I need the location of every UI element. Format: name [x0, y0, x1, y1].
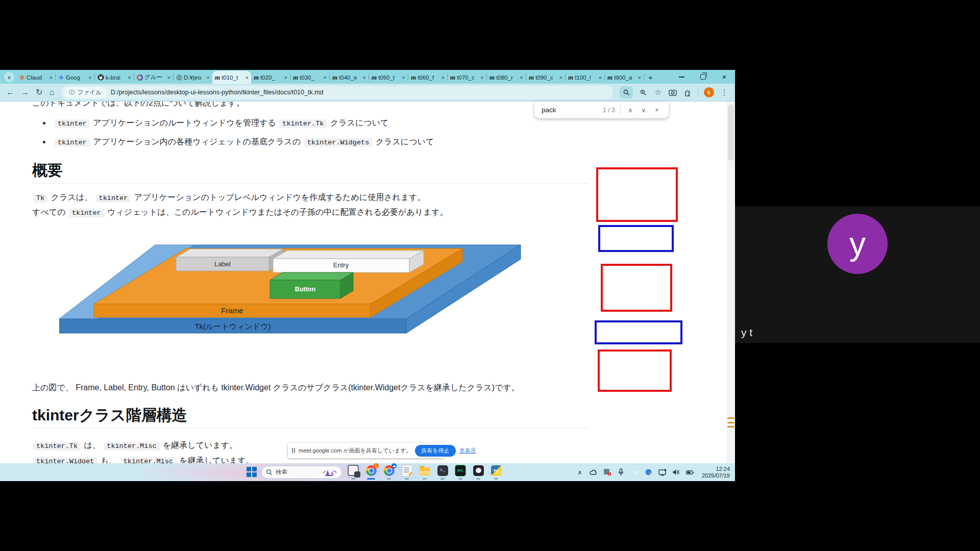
pycharm-icon[interactable]: PC	[454, 465, 467, 480]
browser-tab-t030_[interactable]: mt030_×	[290, 71, 329, 84]
pause-icon	[292, 448, 295, 453]
find-in-page-icon[interactable]	[620, 86, 633, 98]
share-banner-text: meet.google.com が画面を共有しています。	[299, 447, 411, 455]
browser-tab-t090_c[interactable]: mt090_c×	[526, 71, 565, 84]
tab-close-icon[interactable]: ×	[481, 74, 484, 81]
extensions-icon[interactable]	[683, 88, 692, 97]
browser-tab-k-brai[interactable]: k-brai×	[95, 71, 134, 84]
terminal-icon[interactable]: >_	[436, 465, 449, 480]
svg-text:3: 3	[609, 472, 610, 475]
markdown-icon: m	[332, 74, 337, 81]
browser-tab-t080_r[interactable]: mt080_r×	[487, 71, 526, 84]
find-query-text[interactable]: pack	[542, 106, 603, 114]
taskbar-clock[interactable]: 12:24 2025/07/19	[702, 466, 730, 479]
intro-line: このドキュメントでは、以下の2点について解説します。	[32, 102, 244, 109]
menu-kebab-icon[interactable]: ⋮	[720, 88, 729, 97]
browser-tab-Goog[interactable]: Goog×	[56, 71, 94, 84]
speaker-icon[interactable]	[672, 468, 680, 477]
tab-search-button[interactable]: ∨	[4, 72, 14, 82]
stop-sharing-button[interactable]: 共有を停止	[415, 445, 455, 457]
taskbar-search[interactable]: 検索	[261, 466, 342, 479]
explorer-icon[interactable]	[419, 465, 431, 480]
address-bar[interactable]: ⓘファイル D:/projects/lessons/desktop-ui-les…	[61, 86, 613, 99]
browser-tab-t070_c[interactable]: mt070_c×	[448, 71, 486, 84]
markdown-icon: m	[489, 74, 495, 81]
markdown-icon: m	[607, 74, 612, 81]
tab-close-icon[interactable]: ×	[207, 74, 210, 81]
python-icon[interactable]: Py	[490, 465, 502, 480]
file-scheme-label: ファイル	[78, 89, 102, 96]
chrome-icon[interactable]: k	[365, 465, 377, 480]
windows-taskbar: 検索 k☁>_PCPy ∧3× 12:24 2025/07/19	[0, 463, 735, 481]
inline-code: tkinter.Widgets	[304, 138, 373, 147]
new-tab-button[interactable]: +	[648, 73, 653, 82]
markdown-icon: m	[411, 74, 416, 81]
tab-close-icon[interactable]: ×	[246, 74, 249, 81]
find-close-button[interactable]: ×	[650, 104, 664, 117]
cloud-icon[interactable]	[590, 468, 598, 477]
battery-icon[interactable]	[686, 468, 694, 477]
close-button[interactable]: ×	[714, 70, 735, 84]
browser-tab-t100_l[interactable]: mt100_l×	[566, 71, 604, 84]
screenshot-camera-icon[interactable]	[668, 88, 677, 97]
tab-close-icon[interactable]: ×	[363, 74, 366, 81]
tab-close-icon[interactable]: ×	[50, 74, 53, 81]
browser-tab-t060_f[interactable]: mt060_f×	[408, 71, 447, 84]
toc-hamburger-icon[interactable]	[727, 416, 734, 429]
zoom-icon[interactable]	[639, 88, 648, 97]
browser-tab-t050_t[interactable]: mt050_t×	[369, 71, 408, 84]
start-button[interactable]	[247, 467, 257, 478]
find-previous-button[interactable]: ∧	[624, 104, 637, 117]
microphone-icon[interactable]	[617, 468, 625, 477]
tab-close-icon[interactable]: ×	[89, 74, 92, 81]
forward-button[interactable]: →	[21, 88, 29, 96]
file-scheme-chip[interactable]: ⓘファイル	[64, 87, 107, 98]
chrome-cloud-icon[interactable]: ☁	[383, 465, 395, 480]
planet-icon[interactable]	[645, 468, 653, 477]
notepad-icon[interactable]	[401, 465, 413, 480]
tab-close-icon[interactable]: ×	[599, 74, 602, 81]
find-bar: pack 1 / 3 ∧ ∨ ×	[534, 102, 669, 118]
page-scrollbar[interactable]	[727, 102, 735, 463]
close-icon[interactable]: ×	[631, 468, 639, 477]
browser-tab-Claud[interactable]: Claud×	[16, 71, 55, 84]
meet-participant-tile[interactable]: y y t	[735, 206, 980, 343]
browser-tab-[interactable]: グルー×	[134, 71, 173, 84]
profile-avatar[interactable]: k	[704, 87, 714, 97]
find-next-button[interactable]: ∨	[637, 104, 650, 117]
browser-tab-t900_a[interactable]: mt900_a×	[605, 71, 644, 84]
hide-banner-link[interactable]: 非表示	[459, 447, 476, 455]
browser-tab-t020_[interactable]: mt020_×	[251, 71, 290, 84]
scrollbar-thumb[interactable]	[728, 105, 734, 161]
home-button[interactable]: ⌂	[49, 88, 54, 96]
browser-tab-t010_t[interactable]: mt010_t×	[212, 71, 251, 84]
participant-avatar: y	[827, 214, 888, 274]
apps-badge-icon[interactable]: 3	[603, 468, 611, 477]
browser-tab-Dpro[interactable]: D:¥pro×	[174, 71, 212, 84]
bookmark-star-icon[interactable]: ☆	[653, 88, 663, 97]
markdown-icon: m	[293, 74, 298, 81]
browser-tab-t040_e[interactable]: mt040_e×	[330, 71, 369, 84]
annotation-rect	[598, 349, 672, 392]
tab-close-icon[interactable]: ×	[442, 74, 445, 81]
reload-button[interactable]: ↻	[36, 88, 42, 96]
monitor-icon[interactable]	[658, 468, 667, 477]
maximize-button[interactable]	[692, 70, 714, 84]
tab-close-icon[interactable]: ×	[638, 74, 641, 81]
tab-close-icon[interactable]: ×	[520, 74, 523, 81]
tab-close-icon[interactable]: ×	[284, 74, 287, 81]
task-view-icon[interactable]	[347, 465, 359, 480]
tab-close-icon[interactable]: ×	[128, 74, 131, 81]
tab-close-icon[interactable]: ×	[324, 74, 327, 81]
minimize-button[interactable]	[671, 70, 692, 84]
tab-close-icon[interactable]: ×	[402, 74, 405, 81]
back-button[interactable]: ←	[6, 88, 14, 96]
github-desktop-icon[interactable]	[472, 465, 484, 480]
tab-close-icon[interactable]: ×	[167, 74, 170, 81]
participant-name: y t	[741, 327, 752, 339]
chevron-up-icon[interactable]: ∧	[576, 468, 584, 477]
tab-close-icon[interactable]: ×	[559, 74, 562, 81]
diagram-frame-label: Frame	[221, 306, 243, 315]
inline-code: tkinter.Tk	[33, 442, 81, 450]
markdown-icon: m	[450, 74, 455, 81]
